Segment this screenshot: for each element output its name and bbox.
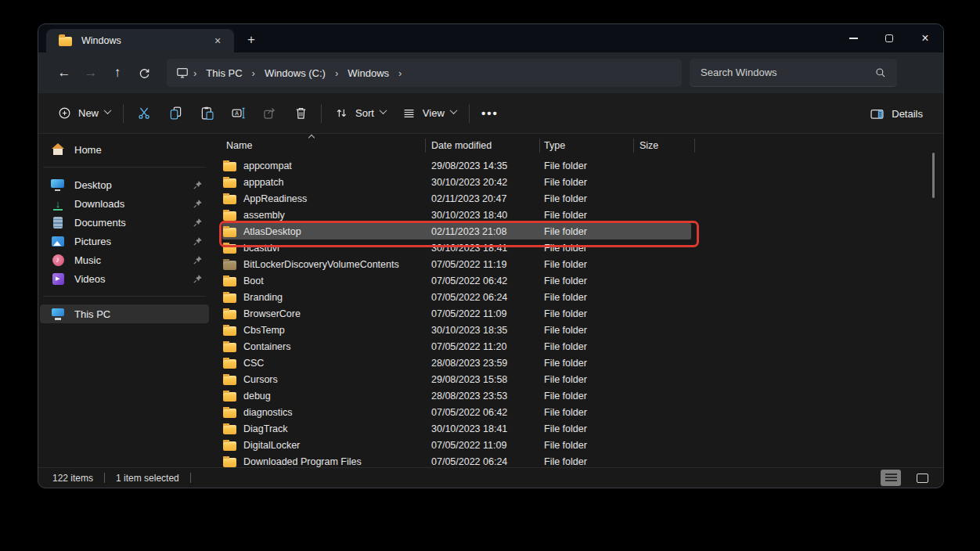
toolbar-divider [123,104,124,123]
file-row[interactable]: CbsTemp 30/10/2023 18:35 File folder [211,322,943,338]
file-row[interactable]: Cursors 29/08/2023 15:58 File folder [211,371,943,387]
file-row[interactable]: DigitalLocker 07/05/2022 11:09 File fold… [211,437,943,453]
sidebar-item-videos[interactable]: Videos [40,269,209,288]
details-pane-button[interactable]: Details [861,99,931,128]
new-button[interactable]: New [49,99,118,128]
up-button[interactable]: ↑ [104,60,131,85]
file-row[interactable]: assembly 30/10/2023 18:40 File folder [211,207,943,223]
search-input[interactable] [699,66,874,79]
file-row[interactable]: diagnostics 07/05/2022 06:42 File folder [211,404,943,420]
rename-icon: A [230,105,247,121]
minimize-button[interactable] [835,25,871,52]
file-name: AtlasDesktop [243,226,301,237]
column-header-date-modified[interactable]: Date modified [426,134,540,157]
breadcrumb-segment[interactable]: Windows (C:) [258,65,332,81]
maximize-button[interactable] [871,25,907,52]
downloads-icon [51,197,65,211]
pin-icon [193,236,203,247]
file-name: Downloaded Program Files [243,456,362,467]
file-name-cell: Cursors [211,374,426,385]
column-header-type[interactable]: Type [540,134,634,157]
file-row[interactable]: BitLockerDiscoveryVolumeContents 07/05/2… [211,256,943,272]
sidebar-item-downloads[interactable]: Downloads [40,194,209,213]
large-icons-view-toggle[interactable] [912,470,932,486]
see-more-button[interactable]: ••• [474,99,506,128]
folder-icon [223,211,236,221]
scissors-cut-icon [136,105,153,121]
file-row[interactable]: Containers 07/05/2022 11:20 File folder [211,338,943,355]
sidebar-item-desktop[interactable]: Desktop [40,175,209,194]
refresh-button[interactable] [131,60,157,85]
sidebar-item-this-pc[interactable]: This PC [40,304,209,323]
file-name: DiagTrack [243,423,288,434]
file-row[interactable]: AtlasDesktop 02/11/2023 21:08 File folde… [211,223,943,239]
folder-icon [223,228,236,237]
navigation-bar: ← → ↑ ›This PC›Windows (C:)›Windows› [38,52,943,93]
breadcrumb-segment[interactable]: Windows [341,65,395,81]
file-type: File folder [540,407,634,418]
sidebar-item-label: Pictures [74,236,193,247]
back-button[interactable]: ← [51,60,77,85]
file-date-modified: 07/05/2022 11:09 [426,440,540,451]
chevron-down-icon [379,106,387,114]
forward-button[interactable]: → [77,60,104,85]
view-button[interactable]: View [394,99,464,128]
sidebar-item-music[interactable]: Music [40,250,209,269]
folder-icon [223,392,236,402]
sidebar-item-home[interactable]: Home [40,140,209,159]
copy-button[interactable] [160,99,191,128]
sidebar-item-label: Documents [74,217,193,229]
sidebar-item-label: Desktop [74,179,193,191]
search-icon[interactable] [874,66,888,80]
file-name: bcastdvr [243,243,280,254]
column-header-name[interactable]: Name [211,134,426,157]
folder-icon [223,310,236,319]
file-type: File folder [540,177,634,188]
paste-button[interactable] [191,99,222,128]
file-row[interactable]: Downloaded Program Files 07/05/2022 06:2… [211,453,943,470]
file-row[interactable]: DiagTrack 30/10/2023 18:41 File folder [211,420,943,437]
details-view-toggle[interactable] [881,470,901,486]
details-view-icon [885,474,897,482]
file-type: File folder [540,292,634,303]
file-date-modified: 07/05/2022 06:42 [426,276,540,286]
breadcrumb-segment[interactable]: This PC [200,65,248,81]
tab-close-icon[interactable]: × [209,32,226,49]
file-date-modified: 07/05/2022 06:24 [426,456,540,467]
sidebar-divider [43,296,206,297]
column-header-label: Name [226,140,252,151]
file-date-modified: 07/05/2022 06:42 [426,407,540,418]
status-divider [104,473,105,483]
file-row[interactable]: BrowserCore 07/05/2022 11:09 File folder [211,305,943,322]
file-row[interactable]: CSC 28/08/2023 23:59 File folder [211,355,943,371]
file-name-cell: Boot [211,276,426,286]
explorer-tab-windows[interactable]: Windows × [46,29,234,52]
vertical-scrollbar[interactable] [932,153,935,198]
status-divider [190,473,191,483]
sort-arrows-icon [334,106,349,121]
sort-button[interactable]: Sort [326,99,394,128]
column-header-size[interactable]: Size [634,134,695,157]
rename-button[interactable]: A [222,99,254,128]
sidebar-item-pictures[interactable]: Pictures [40,232,209,250]
file-name: debug [243,391,271,402]
new-tab-button[interactable]: + [240,29,262,51]
file-row[interactable]: apppatch 30/10/2023 20:42 File folder [211,174,943,190]
file-row[interactable]: AppReadiness 02/11/2023 20:47 File folde… [211,190,943,207]
sidebar-item-documents[interactable]: Documents [40,213,209,232]
search-box [690,59,897,87]
file-row[interactable]: bcastdvr 30/10/2023 18:41 File folder [211,239,943,256]
folder-icon [223,441,236,451]
file-row[interactable]: debug 28/08/2023 23:53 File folder [211,387,943,404]
file-row[interactable]: Branding 07/05/2022 06:24 File folder [211,289,943,305]
cut-button[interactable] [128,99,160,128]
close-icon: × [921,32,928,45]
file-row[interactable]: appcompat 29/08/2023 14:35 File folder [211,157,943,174]
file-type: File folder [540,358,634,369]
music-icon [51,254,65,267]
close-button[interactable]: × [907,25,943,52]
delete-button[interactable] [285,99,316,128]
monitor-icon [175,65,190,81]
file-row[interactable]: Boot 07/05/2022 06:42 File folder [211,272,943,289]
share-button[interactable] [254,99,285,128]
